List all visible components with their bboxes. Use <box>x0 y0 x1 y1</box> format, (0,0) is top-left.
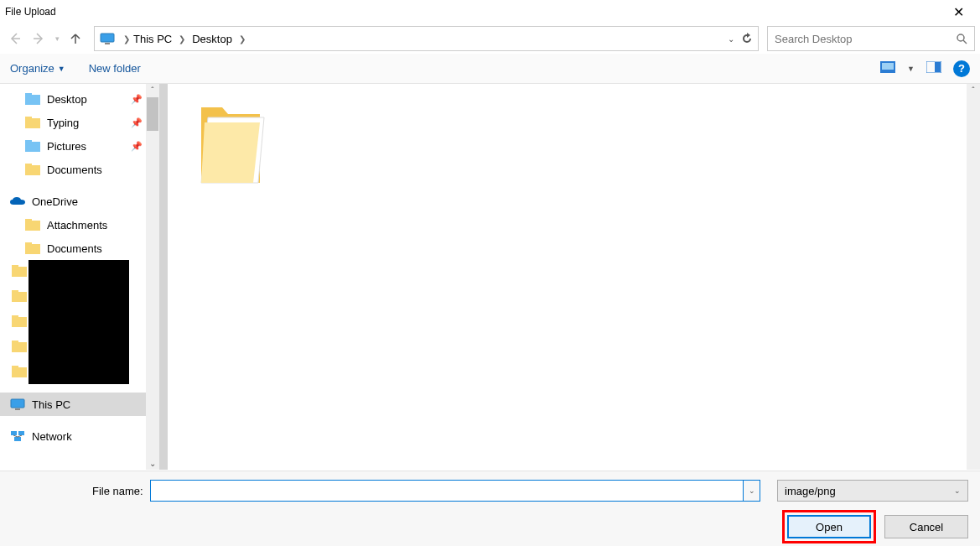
svg-rect-3 <box>105 43 110 44</box>
file-list-area[interactable]: ˆ <box>159 84 980 470</box>
svg-rect-11 <box>25 93 32 96</box>
svg-rect-31 <box>12 366 18 369</box>
svg-line-38 <box>18 435 22 437</box>
sidebar-scrollbar[interactable]: ˆ ⌄ <box>146 84 159 470</box>
back-button[interactable] <box>5 29 25 49</box>
scroll-up-icon[interactable]: ˆ <box>146 84 159 97</box>
titlebar: File Upload ✕ <box>0 0 980 23</box>
window-title: File Upload <box>5 6 56 18</box>
svg-rect-17 <box>25 164 32 167</box>
svg-rect-34 <box>11 431 17 435</box>
redacted-block <box>29 260 129 384</box>
scroll-up-icon[interactable]: ˆ <box>967 84 980 97</box>
chevron-down-icon: ⌄ <box>954 486 961 495</box>
pin-icon: 📌 <box>131 117 143 128</box>
organize-menu[interactable]: Organize ▼ <box>10 62 65 75</box>
svg-line-5 <box>963 40 967 44</box>
chevron-down-icon: ▼ <box>58 65 65 73</box>
filename-label: File name: <box>92 485 143 497</box>
filetype-select[interactable]: image/png ⌄ <box>777 480 968 502</box>
bottom-panel: File name: ⌄ image/png ⌄ Open Cancel <box>0 471 980 546</box>
sidebar-item-od-documents[interactable]: Documents <box>0 237 159 260</box>
content-gutter <box>159 84 168 470</box>
open-button[interactable]: Open <box>787 515 871 538</box>
recent-dropdown[interactable]: ▾ <box>52 29 62 49</box>
search-input[interactable] <box>775 33 956 45</box>
breadcrumb-desktop[interactable]: Desktop <box>192 33 232 45</box>
chevron-right-icon: ❯ <box>120 34 133 44</box>
preview-pane-button[interactable] <box>926 61 941 76</box>
svg-rect-7 <box>882 63 894 70</box>
sidebar-item-typing[interactable]: Typing 📌 <box>0 111 159 134</box>
chevron-right-icon: ❯ <box>175 34 189 44</box>
sidebar-item-onedrive[interactable]: OneDrive <box>0 190 159 213</box>
sidebar-item-documents[interactable]: Documents <box>0 158 159 181</box>
refresh-icon[interactable] <box>741 33 753 44</box>
help-button[interactable]: ? <box>953 60 970 77</box>
svg-rect-2 <box>101 34 114 42</box>
sidebar-item-desktop[interactable]: Desktop 📌 <box>0 87 159 111</box>
svg-rect-23 <box>12 265 18 268</box>
view-mode-button[interactable] <box>880 61 895 76</box>
svg-rect-21 <box>25 242 32 246</box>
svg-rect-36 <box>14 437 21 441</box>
address-dropdown-icon[interactable]: ⌄ <box>728 34 734 44</box>
navigation-pane: Desktop 📌 Typing 📌 Pictures 📌 Documents … <box>0 84 159 470</box>
sidebar-item-network[interactable]: Network <box>0 424 159 448</box>
svg-point-4 <box>957 34 964 41</box>
pin-icon: 📌 <box>131 94 143 105</box>
filename-dropdown[interactable]: ⌄ <box>744 480 760 502</box>
breadcrumb-thispc[interactable]: This PC <box>133 33 172 45</box>
cancel-button[interactable]: Cancel <box>884 515 968 538</box>
toolbar: Organize ▼ New folder ▼ ? <box>0 54 980 84</box>
up-button[interactable] <box>65 29 86 49</box>
folder-item[interactable] <box>193 99 268 191</box>
svg-rect-33 <box>15 408 20 410</box>
sidebar-item-thispc[interactable]: This PC <box>0 393 159 416</box>
breadcrumb: This PC ❯ Desktop ❯ <box>133 33 249 45</box>
sidebar-item-attachments[interactable]: Attachments <box>0 213 159 237</box>
filename-input[interactable] <box>150 480 744 502</box>
svg-rect-9 <box>935 62 941 72</box>
new-folder-button[interactable]: New folder <box>89 62 141 75</box>
pc-icon <box>100 33 120 44</box>
sidebar-item-pictures[interactable]: Pictures 📌 <box>0 134 159 158</box>
svg-rect-25 <box>12 290 18 294</box>
svg-rect-35 <box>18 431 24 435</box>
search-icon <box>956 33 967 44</box>
scroll-down-icon[interactable]: ⌄ <box>146 456 159 470</box>
open-button-highlight: Open <box>782 510 876 543</box>
navigation-row: ▾ ❯ This PC ❯ Desktop ❯ ⌄ <box>0 23 980 54</box>
svg-rect-13 <box>25 117 32 120</box>
svg-rect-29 <box>12 341 18 344</box>
content-scrollbar[interactable]: ˆ <box>967 84 980 470</box>
pin-icon: 📌 <box>131 141 143 152</box>
scrollbar-thumb[interactable] <box>147 97 158 131</box>
search-box[interactable] <box>767 26 975 51</box>
svg-rect-19 <box>25 219 32 222</box>
forward-button[interactable] <box>29 29 49 49</box>
chevron-right-icon: ❯ <box>236 34 249 44</box>
address-bar[interactable]: ❯ This PC ❯ Desktop ❯ ⌄ <box>94 26 759 51</box>
svg-line-37 <box>13 435 18 437</box>
svg-rect-32 <box>11 399 24 408</box>
close-button[interactable]: ✕ <box>941 0 975 23</box>
svg-rect-27 <box>12 315 18 319</box>
body: Desktop 📌 Typing 📌 Pictures 📌 Documents … <box>0 84 980 470</box>
chevron-down-icon[interactable]: ▼ <box>907 65 915 73</box>
svg-rect-15 <box>25 140 32 143</box>
